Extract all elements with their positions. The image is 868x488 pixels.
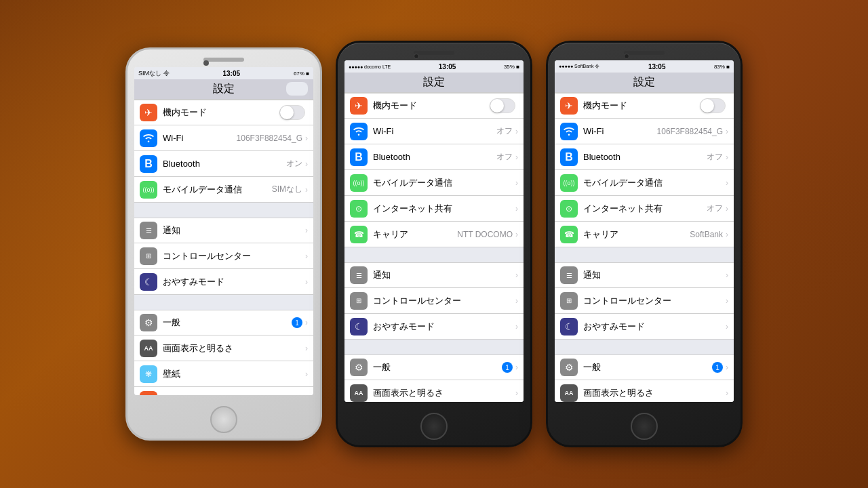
front-camera-1 bbox=[203, 60, 209, 66]
cellular-icon-1: ((o)) bbox=[140, 181, 157, 199]
section-1-prefs: ⚙ 一般 1 › AA 画面表示と明るさ › ❋ 壁紙 › bbox=[134, 310, 313, 395]
wifi-label-2: Wi-Fi bbox=[373, 126, 496, 136]
display-label-2: 画面表示と明るさ bbox=[373, 387, 515, 399]
cellular-icon-3: ((o)) bbox=[560, 174, 578, 192]
sound-chevron-1: › bbox=[305, 395, 308, 396]
settings-list-2: ✈ 機内モード Wi-Fi オフ › B Bluetooth bbox=[344, 93, 524, 402]
dnd-chevron-3: › bbox=[726, 322, 728, 331]
carrier-chevron-3: › bbox=[726, 230, 728, 239]
row-dnd-1[interactable]: ☾ おやすみモード › bbox=[134, 269, 313, 295]
row-hotspot-2[interactable]: ⊙ インターネット共有 › bbox=[344, 196, 524, 222]
row-dnd-2[interactable]: ☾ おやすみモード › bbox=[344, 314, 524, 340]
phone-1: SIMなし 令 13:05 67% ■ 設定 ✈ 機内モード bbox=[125, 47, 322, 441]
notifications-label-3: 通知 bbox=[583, 269, 726, 281]
notifications-icon-1: ☰ bbox=[140, 222, 157, 239]
row-sound-1[interactable]: ♪ サウンド › bbox=[134, 387, 313, 395]
row-cellular-2[interactable]: ((o)) モバイルデータ通信 › bbox=[344, 170, 524, 196]
row-airplane-1[interactable]: ✈ 機内モード bbox=[134, 100, 313, 125]
home-button-3[interactable] bbox=[631, 413, 658, 440]
row-general-1[interactable]: ⚙ 一般 1 › bbox=[134, 310, 313, 336]
carrier-label-3: キャリア bbox=[583, 228, 690, 241]
carrier-icon-2: ☎ bbox=[350, 226, 368, 243]
bluetooth-value-1: オン bbox=[286, 158, 302, 169]
general-icon-3: ⚙ bbox=[560, 359, 578, 376]
row-wallpaper-1[interactable]: ❋ 壁紙 › bbox=[134, 361, 313, 387]
general-icon-1: ⚙ bbox=[140, 314, 157, 331]
row-bluetooth-1[interactable]: B Bluetooth オン › bbox=[134, 151, 313, 177]
row-general-3[interactable]: ⚙ 一般 1 › bbox=[555, 354, 734, 380]
airplane-label-3: 機内モード bbox=[583, 100, 700, 112]
row-control-1[interactable]: ⊞ コントロールセンター › bbox=[134, 243, 313, 269]
row-cellular-1[interactable]: ((o)) モバイルデータ通信 SIMなし › bbox=[134, 177, 313, 203]
general-label-3: 一般 bbox=[583, 361, 712, 373]
display-icon-3: AA bbox=[560, 384, 578, 402]
row-bluetooth-3[interactable]: B Bluetooth オフ › bbox=[555, 144, 734, 170]
row-wifi-3[interactable]: Wi-Fi 106F3F882454_G › bbox=[555, 119, 734, 144]
display-icon-1: AA bbox=[140, 340, 157, 357]
display-chevron-3: › bbox=[726, 388, 728, 398]
bluetooth-label-1: Bluetooth bbox=[163, 159, 286, 169]
row-carrier-2[interactable]: ☎ キャリア NTT DOCOMO › bbox=[344, 222, 524, 247]
home-button-1[interactable] bbox=[210, 406, 237, 433]
screen-2: ●●●●● docomo LTE 13:05 35% ■ 設定 ✈ 機内モード bbox=[344, 60, 524, 402]
row-bluetooth-2[interactable]: B Bluetooth オフ › bbox=[344, 144, 524, 170]
speaker-1 bbox=[203, 58, 244, 62]
general-label-2: 一般 bbox=[373, 361, 502, 373]
bluetooth-chevron-3: › bbox=[726, 152, 728, 162]
edit-button-1[interactable] bbox=[286, 82, 308, 96]
wifi-icon-2 bbox=[350, 123, 368, 140]
row-airplane-2[interactable]: ✈ 機内モード bbox=[344, 93, 524, 119]
gap-2a bbox=[344, 247, 524, 262]
general-badge-2: 1 bbox=[502, 362, 513, 373]
home-button-2[interactable] bbox=[420, 413, 448, 440]
row-carrier-3[interactable]: ☎ キャリア SoftBank › bbox=[555, 222, 734, 247]
control-icon-1: ⊞ bbox=[140, 247, 157, 265]
bluetooth-label-2: Bluetooth bbox=[373, 152, 496, 162]
control-label-1: コントロールセンター bbox=[163, 250, 305, 262]
row-notifications-2[interactable]: ☰ 通知 › bbox=[344, 262, 524, 288]
row-hotspot-3[interactable]: ⊙ インターネット共有 オフ › bbox=[555, 196, 734, 222]
gap-1a bbox=[134, 203, 313, 218]
status-bar-1: SIMなし 令 13:05 67% ■ bbox=[134, 67, 313, 79]
general-icon-2: ⚙ bbox=[350, 359, 368, 376]
row-wifi-2[interactable]: Wi-Fi オフ › bbox=[344, 119, 524, 144]
row-control-2[interactable]: ⊞ コントロールセンター › bbox=[344, 288, 524, 314]
bluetooth-value-3: オフ bbox=[707, 151, 723, 163]
row-wifi-1[interactable]: Wi-Fi 106F3F882454_G › bbox=[134, 125, 313, 151]
wallpaper-icon-1: ❋ bbox=[140, 365, 157, 383]
control-chevron-2: › bbox=[515, 296, 518, 306]
cellular-icon-2: ((o)) bbox=[350, 174, 368, 192]
row-control-3[interactable]: ⊞ コントロールセンター › bbox=[555, 288, 734, 314]
row-display-2[interactable]: AA 画面表示と明るさ › bbox=[344, 380, 524, 402]
row-notifications-3[interactable]: ☰ 通知 › bbox=[555, 262, 734, 288]
airplane-toggle-1[interactable] bbox=[279, 105, 305, 120]
bluetooth-icon-3: B bbox=[560, 148, 578, 166]
phone-2: ●●●●● docomo LTE 13:05 35% ■ 設定 ✈ 機内モード bbox=[336, 41, 532, 447]
cellular-chevron-1: › bbox=[305, 185, 308, 195]
row-display-1[interactable]: AA 画面表示と明るさ › bbox=[134, 336, 313, 361]
status-right-1: 67% ■ bbox=[294, 70, 309, 77]
dnd-label-3: おやすみモード bbox=[583, 321, 726, 333]
status-time-2: 13:05 bbox=[439, 63, 456, 70]
row-notifications-1[interactable]: ☰ 通知 › bbox=[134, 218, 313, 243]
airplane-toggle-2[interactable] bbox=[490, 98, 515, 113]
row-dnd-3[interactable]: ☾ おやすみモード › bbox=[555, 314, 734, 340]
airplane-toggle-3[interactable] bbox=[700, 98, 726, 113]
wifi-value-1: 106F3F882454_G bbox=[237, 134, 302, 143]
general-badge-1: 1 bbox=[292, 317, 302, 328]
page-title-2: 設定 bbox=[423, 76, 445, 87]
nav-bar-3: 設定 bbox=[555, 73, 734, 93]
row-display-3[interactable]: AA 画面表示と明るさ › bbox=[555, 380, 734, 402]
row-general-2[interactable]: ⚙ 一般 1 › bbox=[344, 354, 524, 380]
control-chevron-1: › bbox=[305, 251, 308, 261]
notifications-chevron-3: › bbox=[726, 270, 728, 280]
bluetooth-chevron-1: › bbox=[305, 159, 308, 169]
screen-1: SIMなし 令 13:05 67% ■ 設定 ✈ 機内モード bbox=[134, 67, 313, 395]
control-icon-2: ⊞ bbox=[350, 292, 368, 310]
status-time-3: 13:05 bbox=[648, 63, 666, 70]
display-label-3: 画面表示と明るさ bbox=[583, 387, 726, 399]
row-cellular-3[interactable]: ((o)) モバイルデータ通信 › bbox=[555, 170, 734, 196]
dnd-icon-2: ☾ bbox=[350, 318, 368, 336]
hotspot-chevron-2: › bbox=[515, 204, 518, 214]
row-airplane-3[interactable]: ✈ 機内モード bbox=[555, 93, 734, 119]
